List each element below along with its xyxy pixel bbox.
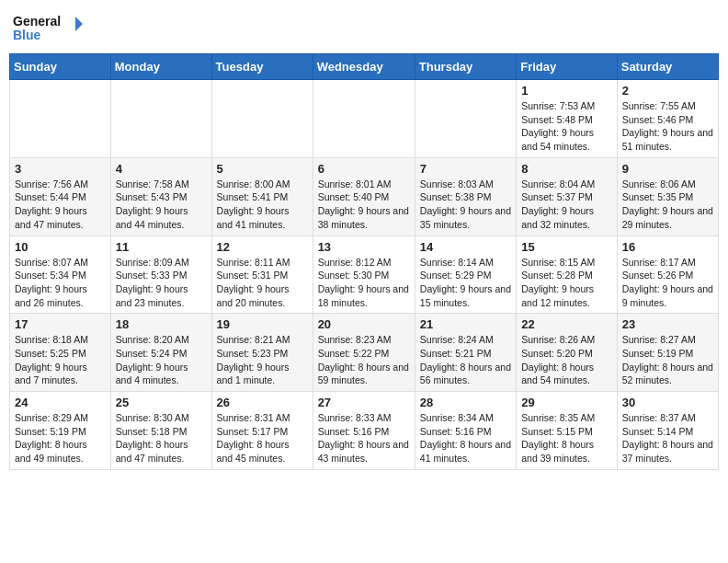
day-cell: 27Sunrise: 8:33 AM Sunset: 5:16 PM Dayli… xyxy=(313,392,415,470)
day-number: 19 xyxy=(217,317,308,331)
day-info: Sunrise: 8:01 AM Sunset: 5:40 PM Dayligh… xyxy=(318,178,410,232)
week-row-1: 1Sunrise: 7:53 AM Sunset: 5:48 PM Daylig… xyxy=(10,80,719,158)
day-cell: 12Sunrise: 8:11 AM Sunset: 5:31 PM Dayli… xyxy=(211,236,313,314)
day-cell: 14Sunrise: 8:14 AM Sunset: 5:29 PM Dayli… xyxy=(415,236,516,314)
day-cell: 20Sunrise: 8:23 AM Sunset: 5:22 PM Dayli… xyxy=(313,314,415,392)
day-cell: 16Sunrise: 8:17 AM Sunset: 5:26 PM Dayli… xyxy=(617,236,718,314)
day-cell xyxy=(415,80,516,158)
day-info: Sunrise: 8:34 AM Sunset: 5:16 PM Dayligh… xyxy=(420,411,511,465)
day-info: Sunrise: 8:04 AM Sunset: 5:37 PM Dayligh… xyxy=(521,178,612,232)
day-cell: 10Sunrise: 8:07 AM Sunset: 5:34 PM Dayli… xyxy=(10,236,111,314)
day-number: 15 xyxy=(521,240,612,254)
day-info: Sunrise: 8:33 AM Sunset: 5:16 PM Dayligh… xyxy=(318,411,410,465)
day-number: 4 xyxy=(116,162,207,176)
day-number: 10 xyxy=(15,240,106,254)
day-cell: 15Sunrise: 8:15 AM Sunset: 5:28 PM Dayli… xyxy=(517,236,618,314)
calendar-body: 1Sunrise: 7:53 AM Sunset: 5:48 PM Daylig… xyxy=(10,80,719,470)
day-info: Sunrise: 8:23 AM Sunset: 5:22 PM Dayligh… xyxy=(318,333,410,387)
weekday-header-wednesday: Wednesday xyxy=(313,54,415,80)
day-cell: 22Sunrise: 8:26 AM Sunset: 5:20 PM Dayli… xyxy=(517,314,618,392)
day-info: Sunrise: 7:53 AM Sunset: 5:48 PM Dayligh… xyxy=(521,99,612,154)
weekday-header-saturday: Saturday xyxy=(617,54,718,80)
day-info: Sunrise: 8:06 AM Sunset: 5:35 PM Dayligh… xyxy=(622,178,713,232)
day-number: 16 xyxy=(622,240,713,254)
day-info: Sunrise: 8:20 AM Sunset: 5:24 PM Dayligh… xyxy=(116,333,207,387)
day-number: 29 xyxy=(521,396,612,409)
weekday-header-thursday: Thursday xyxy=(415,54,516,80)
day-cell: 5Sunrise: 8:00 AM Sunset: 5:41 PM Daylig… xyxy=(211,157,313,236)
day-cell: 29Sunrise: 8:35 AM Sunset: 5:15 PM Dayli… xyxy=(517,392,618,470)
svg-text:General: General xyxy=(13,14,61,29)
svg-marker-2 xyxy=(75,17,83,31)
svg-text:Blue: Blue xyxy=(13,28,41,42)
day-info: Sunrise: 8:17 AM Sunset: 5:26 PM Dayligh… xyxy=(622,256,713,310)
day-number: 13 xyxy=(318,240,410,254)
day-number: 23 xyxy=(622,317,713,331)
day-number: 18 xyxy=(116,317,207,331)
day-info: Sunrise: 8:37 AM Sunset: 5:14 PM Dayligh… xyxy=(622,411,713,465)
day-number: 17 xyxy=(15,317,106,331)
day-number: 22 xyxy=(521,317,612,331)
day-number: 25 xyxy=(116,396,207,409)
day-number: 8 xyxy=(521,162,612,176)
day-info: Sunrise: 8:11 AM Sunset: 5:31 PM Dayligh… xyxy=(217,256,308,310)
day-info: Sunrise: 7:56 AM Sunset: 5:44 PM Dayligh… xyxy=(15,178,106,232)
day-number: 1 xyxy=(521,84,612,98)
day-cell: 13Sunrise: 8:12 AM Sunset: 5:30 PM Dayli… xyxy=(313,236,415,314)
day-info: Sunrise: 8:12 AM Sunset: 5:30 PM Dayligh… xyxy=(318,256,410,310)
day-number: 3 xyxy=(15,162,106,176)
day-cell: 11Sunrise: 8:09 AM Sunset: 5:33 PM Dayli… xyxy=(110,236,211,314)
day-number: 26 xyxy=(217,396,308,409)
week-row-4: 17Sunrise: 8:18 AM Sunset: 5:25 PM Dayli… xyxy=(10,314,719,392)
week-row-2: 3Sunrise: 7:56 AM Sunset: 5:44 PM Daylig… xyxy=(10,157,719,236)
day-cell: 26Sunrise: 8:31 AM Sunset: 5:17 PM Dayli… xyxy=(211,392,313,470)
day-cell: 9Sunrise: 8:06 AM Sunset: 5:35 PM Daylig… xyxy=(617,157,718,236)
day-cell: 7Sunrise: 8:03 AM Sunset: 5:38 PM Daylig… xyxy=(415,157,516,236)
day-info: Sunrise: 8:09 AM Sunset: 5:33 PM Dayligh… xyxy=(116,256,207,310)
day-number: 27 xyxy=(318,396,410,409)
day-number: 7 xyxy=(420,162,511,176)
day-info: Sunrise: 7:55 AM Sunset: 5:46 PM Dayligh… xyxy=(622,99,713,154)
day-info: Sunrise: 8:29 AM Sunset: 5:19 PM Dayligh… xyxy=(15,411,106,465)
day-number: 9 xyxy=(622,162,713,176)
day-cell xyxy=(10,80,111,158)
day-cell: 1Sunrise: 7:53 AM Sunset: 5:48 PM Daylig… xyxy=(517,80,618,158)
day-cell: 23Sunrise: 8:27 AM Sunset: 5:19 PM Dayli… xyxy=(617,314,718,392)
weekday-header-monday: Monday xyxy=(110,54,211,80)
day-cell xyxy=(211,80,313,158)
day-number: 28 xyxy=(420,396,511,409)
day-number: 30 xyxy=(622,396,713,409)
day-cell: 28Sunrise: 8:34 AM Sunset: 5:16 PM Dayli… xyxy=(415,392,516,470)
day-info: Sunrise: 8:35 AM Sunset: 5:15 PM Dayligh… xyxy=(521,411,612,465)
day-info: Sunrise: 8:07 AM Sunset: 5:34 PM Dayligh… xyxy=(15,256,106,310)
day-cell: 25Sunrise: 8:30 AM Sunset: 5:18 PM Dayli… xyxy=(110,392,211,470)
day-number: 6 xyxy=(318,162,410,176)
weekday-header-row: SundayMondayTuesdayWednesdayThursdayFrid… xyxy=(10,54,719,80)
day-info: Sunrise: 8:00 AM Sunset: 5:41 PM Dayligh… xyxy=(217,178,308,232)
day-cell xyxy=(313,80,415,158)
day-cell: 4Sunrise: 7:58 AM Sunset: 5:43 PM Daylig… xyxy=(110,157,211,236)
day-info: Sunrise: 8:26 AM Sunset: 5:20 PM Dayligh… xyxy=(521,333,612,387)
day-cell: 24Sunrise: 8:29 AM Sunset: 5:19 PM Dayli… xyxy=(10,392,111,470)
day-cell: 6Sunrise: 8:01 AM Sunset: 5:40 PM Daylig… xyxy=(313,157,415,236)
day-info: Sunrise: 8:21 AM Sunset: 5:23 PM Dayligh… xyxy=(217,333,308,387)
weekday-header-friday: Friday xyxy=(517,54,618,80)
day-cell: 21Sunrise: 8:24 AM Sunset: 5:21 PM Dayli… xyxy=(415,314,516,392)
day-info: Sunrise: 8:30 AM Sunset: 5:18 PM Dayligh… xyxy=(116,411,207,465)
week-row-5: 24Sunrise: 8:29 AM Sunset: 5:19 PM Dayli… xyxy=(10,392,719,470)
day-number: 24 xyxy=(15,396,106,409)
day-cell: 17Sunrise: 8:18 AM Sunset: 5:25 PM Dayli… xyxy=(10,314,111,392)
weekday-header-sunday: Sunday xyxy=(10,54,111,80)
day-number: 11 xyxy=(116,240,207,254)
logo: General Blue xyxy=(13,9,86,46)
week-row-3: 10Sunrise: 8:07 AM Sunset: 5:34 PM Dayli… xyxy=(10,236,719,314)
day-info: Sunrise: 8:31 AM Sunset: 5:17 PM Dayligh… xyxy=(217,411,308,465)
day-info: Sunrise: 8:15 AM Sunset: 5:28 PM Dayligh… xyxy=(521,256,612,310)
calendar: SundayMondayTuesdayWednesdayThursdayFrid… xyxy=(9,53,719,470)
day-info: Sunrise: 8:27 AM Sunset: 5:19 PM Dayligh… xyxy=(622,333,713,387)
day-cell: 18Sunrise: 8:20 AM Sunset: 5:24 PM Dayli… xyxy=(110,314,211,392)
day-cell: 19Sunrise: 8:21 AM Sunset: 5:23 PM Dayli… xyxy=(211,314,313,392)
day-cell: 30Sunrise: 8:37 AM Sunset: 5:14 PM Dayli… xyxy=(617,392,718,470)
day-cell: 2Sunrise: 7:55 AM Sunset: 5:46 PM Daylig… xyxy=(617,80,718,158)
day-info: Sunrise: 8:14 AM Sunset: 5:29 PM Dayligh… xyxy=(420,256,511,310)
